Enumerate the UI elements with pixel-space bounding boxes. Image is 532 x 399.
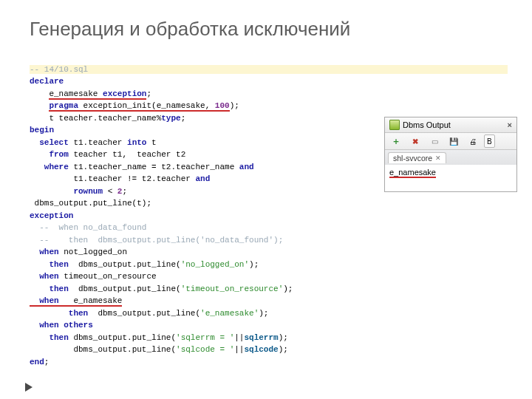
panel-title: Dbms Output bbox=[403, 120, 451, 129]
kw-declare: declare bbox=[30, 77, 64, 86]
tab-close-icon[interactable]: ✕ bbox=[435, 154, 441, 162]
panel-toolbar: ＋ ✖ ▭ 💾 🖨 B bbox=[385, 133, 516, 150]
tab-label: shl-svvcore bbox=[393, 154, 432, 163]
add-icon[interactable]: ＋ bbox=[388, 134, 404, 148]
kw-begin: begin bbox=[30, 126, 54, 134]
code-comment: -- 14/10.sql bbox=[30, 65, 88, 74]
close-icon[interactable]: × bbox=[508, 120, 512, 129]
buffer-button[interactable]: B bbox=[484, 134, 495, 148]
save-icon[interactable]: 💾 bbox=[446, 134, 462, 148]
underline-pragma: pragma exception_init(e_namesake, 100 bbox=[49, 101, 229, 112]
dbms-output-panel: Dbms Output × ＋ ✖ ▭ 💾 🖨 B shl-svvcore ✕ … bbox=[384, 117, 517, 192]
slide-nav-icon[interactable] bbox=[25, 383, 33, 392]
connection-tab[interactable]: shl-svvcore ✕ bbox=[388, 152, 446, 163]
remove-icon[interactable]: ✖ bbox=[407, 134, 423, 148]
plsql-code: -- 14/10.sql declare e_namesake exceptio… bbox=[30, 51, 502, 368]
output-body: e_namesake bbox=[385, 165, 516, 191]
output-line: e_namesake bbox=[389, 168, 436, 178]
kw-exception: exception bbox=[30, 211, 73, 220]
print-icon[interactable]: 🖨 bbox=[465, 134, 481, 148]
kw-end: end bbox=[30, 358, 44, 366]
underline-exc-decl: e_namesake exception bbox=[49, 89, 146, 100]
clear-icon[interactable]: ▭ bbox=[426, 134, 443, 148]
underline-when-ename: when e_namesake bbox=[30, 296, 122, 307]
slide-title: Генерация и обработка исключений bbox=[30, 18, 502, 41]
connection-tabs: shl-svvcore ✕ bbox=[385, 150, 516, 165]
dbms-output-icon bbox=[389, 120, 400, 130]
panel-header: Dbms Output × bbox=[385, 117, 516, 133]
